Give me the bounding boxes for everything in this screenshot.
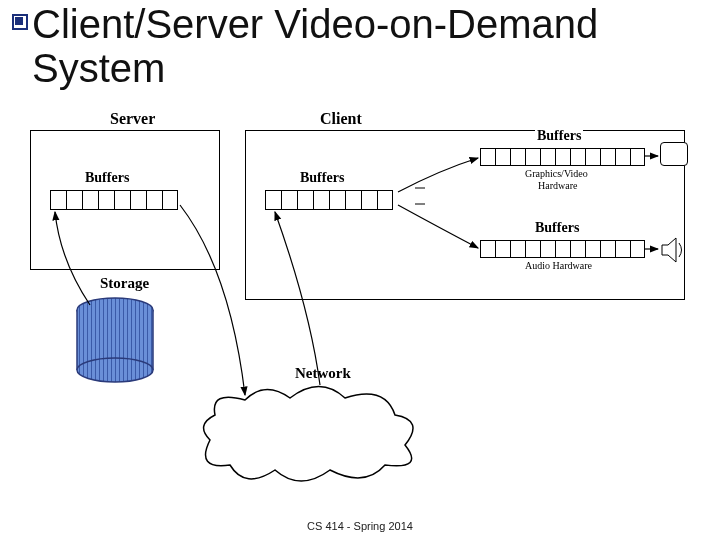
slide-footer: CS 414 - Spring 2014 [0,520,720,532]
diagram-area: Server Client Buffers Buffers [20,110,700,480]
slide: Client/Server Video-on-Demand System Ser… [0,0,720,540]
slide-title: Client/Server Video-on-Demand System [32,2,702,90]
title-bullet-icon [12,14,28,30]
arrows [20,110,700,480]
